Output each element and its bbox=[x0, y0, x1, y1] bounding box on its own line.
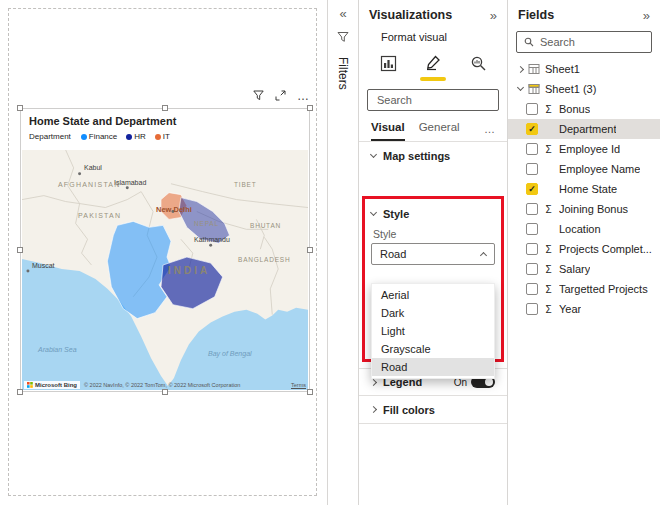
sigma-icon: Σ bbox=[543, 304, 554, 315]
more-options-icon[interactable]: … bbox=[297, 91, 310, 101]
field-row-joining-bonus[interactable]: Σ Joining Bonus bbox=[508, 199, 660, 219]
field-row-employee-name[interactable]: Employee Name bbox=[508, 159, 660, 179]
map-attribution-bar: Microsoft Bing © 2022 NavInfo, © 2022 To… bbox=[24, 381, 306, 389]
collapse-fields-icon[interactable]: » bbox=[643, 8, 650, 23]
map-sea-label: Bay of Bengal bbox=[208, 350, 252, 357]
style-option-light[interactable]: Light bbox=[372, 322, 494, 340]
selection-handle[interactable] bbox=[307, 389, 313, 395]
style-option-road[interactable]: Road bbox=[372, 358, 494, 376]
field-name: Joining Bonus bbox=[559, 203, 628, 215]
format-search-input[interactable] bbox=[375, 93, 491, 107]
powerbi-app: … Home State and Department Department F… bbox=[0, 0, 660, 505]
selection-handle[interactable] bbox=[17, 105, 23, 111]
legend-item[interactable]: HR bbox=[126, 132, 146, 141]
field-checkbox[interactable]: ✓ bbox=[526, 183, 538, 195]
legend-color-dot bbox=[155, 134, 161, 140]
field-checkbox[interactable]: ✓ bbox=[526, 123, 538, 135]
fields-search-box[interactable] bbox=[516, 31, 652, 53]
field-row-department[interactable]: ✓ Department bbox=[508, 119, 660, 139]
collapse-visualizations-icon[interactable]: » bbox=[490, 8, 497, 23]
focus-mode-icon[interactable] bbox=[275, 87, 286, 105]
visual-filter-icon[interactable] bbox=[253, 87, 264, 105]
tab-general[interactable]: General bbox=[419, 121, 460, 141]
sigma-icon: Σ bbox=[543, 264, 554, 275]
visual-title: Home State and Department bbox=[29, 115, 301, 127]
sigma-icon: Σ bbox=[543, 144, 554, 155]
field-checkbox[interactable] bbox=[526, 143, 538, 155]
selection-handle[interactable] bbox=[17, 389, 23, 395]
tab-visual[interactable]: Visual bbox=[371, 121, 405, 141]
tabs-more-icon[interactable]: … bbox=[484, 123, 495, 141]
field-name: Bonus bbox=[559, 103, 590, 115]
fill-colors-section[interactable]: Fill colors bbox=[359, 396, 507, 424]
style-field-label: Style bbox=[373, 228, 495, 240]
field-checkbox[interactable] bbox=[526, 263, 538, 275]
format-tabs: Visual General … bbox=[359, 111, 507, 142]
style-option-aerial[interactable]: Aerial bbox=[372, 286, 494, 304]
format-search-box[interactable] bbox=[367, 89, 499, 111]
map-settings-section[interactable]: Map settings bbox=[359, 142, 507, 170]
table-icon bbox=[528, 63, 540, 75]
map-region-label: PAKISTAN bbox=[78, 212, 121, 219]
bing-label: Microsoft Bing bbox=[35, 382, 77, 388]
field-name: Location bbox=[559, 223, 601, 235]
legend-item[interactable]: Finance bbox=[81, 132, 117, 141]
legend-item-label: Finance bbox=[89, 132, 117, 141]
analytics-icon[interactable] bbox=[463, 50, 493, 76]
field-name: Targetted Projects bbox=[559, 283, 648, 295]
selection-handle[interactable] bbox=[162, 389, 168, 395]
style-option-dark[interactable]: Dark bbox=[372, 304, 494, 322]
build-visual-icon[interactable] bbox=[373, 50, 403, 76]
expand-filters-icon[interactable]: « bbox=[339, 6, 346, 21]
table-name: Sheet1 (3) bbox=[545, 83, 596, 95]
selection-handle[interactable] bbox=[307, 105, 313, 111]
sigma-icon: Σ bbox=[543, 244, 554, 255]
field-checkbox[interactable] bbox=[526, 303, 538, 315]
style-dropdown[interactable]: Road bbox=[371, 243, 495, 265]
field-name: Year bbox=[559, 303, 581, 315]
field-checkbox[interactable] bbox=[526, 243, 538, 255]
map-sea-label: Arabian Sea bbox=[38, 346, 77, 353]
search-icon bbox=[524, 33, 534, 51]
field-row-targetted-projects[interactable]: Σ Targetted Projects bbox=[508, 279, 660, 299]
field-row-home-state[interactable]: ✓ Home State bbox=[508, 179, 660, 199]
microsoft-logo-icon bbox=[27, 382, 33, 388]
field-row-location[interactable]: Location bbox=[508, 219, 660, 239]
fields-search-input[interactable] bbox=[538, 35, 644, 49]
chevron-right-icon bbox=[370, 378, 377, 385]
format-visual-icon[interactable] bbox=[418, 50, 448, 76]
style-dropdown-menu: Aerial Dark Light Grayscale Road bbox=[371, 283, 495, 379]
terms-link[interactable]: Terms bbox=[291, 382, 306, 388]
selection-handle[interactable] bbox=[17, 247, 23, 253]
field-name: Department bbox=[559, 123, 616, 135]
field-row-salary[interactable]: Σ Salary bbox=[508, 259, 660, 279]
legend-item-label: IT bbox=[163, 132, 170, 141]
field-checkbox[interactable] bbox=[526, 103, 538, 115]
style-section[interactable]: Style bbox=[371, 204, 495, 224]
selection-handle[interactable] bbox=[162, 105, 168, 111]
field-row-bonus[interactable]: Σ Bonus bbox=[508, 99, 660, 119]
field-row-year[interactable]: Σ Year bbox=[508, 299, 660, 319]
field-checkbox[interactable] bbox=[526, 203, 538, 215]
map-plot-area[interactable]: Kabul Islamabad AFGHANISTAN TIBET PAKIST… bbox=[22, 150, 308, 390]
filters-pane: « Filters bbox=[327, 0, 358, 505]
field-row-projects-completed[interactable]: Σ Projects Complet... bbox=[508, 239, 660, 259]
style-option-grayscale[interactable]: Grayscale bbox=[372, 340, 494, 358]
style-dropdown-value: Road bbox=[380, 248, 406, 260]
visual-header-toolbar: … bbox=[228, 88, 310, 104]
selection-handle[interactable] bbox=[307, 247, 313, 253]
filters-pane-title: Filters bbox=[336, 57, 350, 90]
field-checkbox[interactable] bbox=[526, 163, 538, 175]
legend-item[interactable]: IT bbox=[155, 132, 170, 141]
field-name: Salary bbox=[559, 263, 590, 275]
table-row-sheet1-3[interactable]: Sheet1 (3) bbox=[508, 79, 660, 99]
field-checkbox[interactable] bbox=[526, 223, 538, 235]
pane-mode-icons bbox=[359, 43, 507, 76]
table-name: Sheet1 bbox=[545, 63, 580, 75]
field-checkbox[interactable] bbox=[526, 283, 538, 295]
map-visual[interactable]: Home State and Department Department Fin… bbox=[20, 108, 310, 392]
field-row-employee-id[interactable]: Σ Employee Id bbox=[508, 139, 660, 159]
sigma-icon: Σ bbox=[543, 204, 554, 215]
map-visual-container[interactable]: Home State and Department Department Fin… bbox=[20, 108, 310, 392]
table-row-sheet1[interactable]: Sheet1 bbox=[508, 59, 660, 79]
